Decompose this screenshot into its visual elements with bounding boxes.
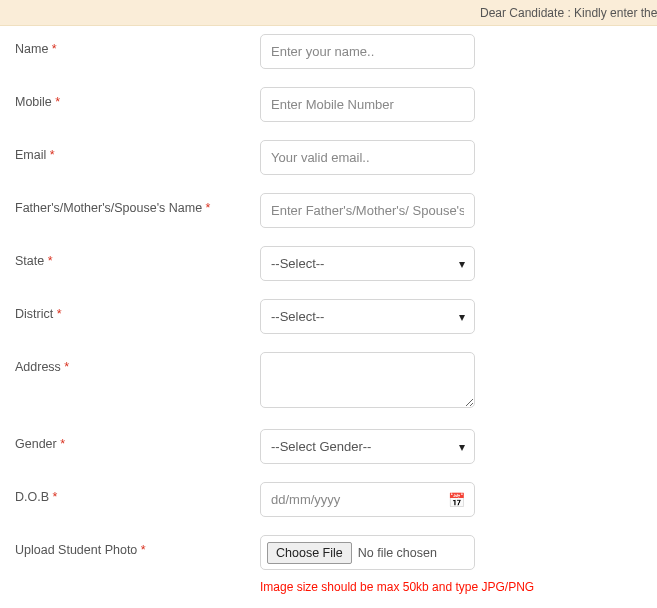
label-name: Name *	[15, 34, 260, 56]
label-state: State *	[15, 246, 260, 268]
row-photo: Upload Student Photo * Choose File No fi…	[15, 535, 642, 570]
row-gender: Gender * --Select Gender-- ▾	[15, 429, 642, 464]
row-mobile: Mobile *	[15, 87, 642, 122]
label-address: Address *	[15, 352, 260, 374]
row-parent: Father's/Mother's/Spouse's Name *	[15, 193, 642, 228]
row-address: Address *	[15, 352, 642, 411]
label-gender: Gender *	[15, 429, 260, 451]
file-status: No file chosen	[358, 546, 437, 560]
row-state: State * --Select-- ▾	[15, 246, 642, 281]
row-email: Email *	[15, 140, 642, 175]
parent-name-input[interactable]	[260, 193, 475, 228]
row-district: District * --Select-- ▾	[15, 299, 642, 334]
choose-file-button[interactable]: Choose File	[267, 542, 352, 564]
dob-input[interactable]	[260, 482, 475, 517]
calendar-icon: 📅	[448, 492, 465, 508]
email-input[interactable]	[260, 140, 475, 175]
row-dob: D.O.B * 📅	[15, 482, 642, 517]
label-parent: Father's/Mother's/Spouse's Name *	[15, 193, 260, 215]
state-select[interactable]: --Select--	[260, 246, 475, 281]
gender-select[interactable]: --Select Gender--	[260, 429, 475, 464]
registration-form: Name * Mobile * Email * Father's/Mother'…	[0, 26, 657, 608]
photo-size-hint: Image size should be max 50kb and type J…	[260, 580, 642, 594]
name-input[interactable]	[260, 34, 475, 69]
label-district: District *	[15, 299, 260, 321]
mobile-input[interactable]	[260, 87, 475, 122]
label-dob: D.O.B *	[15, 482, 260, 504]
photo-file-control[interactable]: Choose File No file chosen	[260, 535, 475, 570]
label-mobile: Mobile *	[15, 87, 260, 109]
notice-banner: Dear Candidate : Kindly enter the detail…	[0, 0, 657, 26]
address-textarea[interactable]	[260, 352, 475, 408]
row-name: Name *	[15, 34, 642, 69]
label-email: Email *	[15, 140, 260, 162]
district-select[interactable]: --Select--	[260, 299, 475, 334]
label-photo: Upload Student Photo *	[15, 535, 260, 557]
notice-text: Dear Candidate : Kindly enter the detail…	[480, 6, 657, 20]
